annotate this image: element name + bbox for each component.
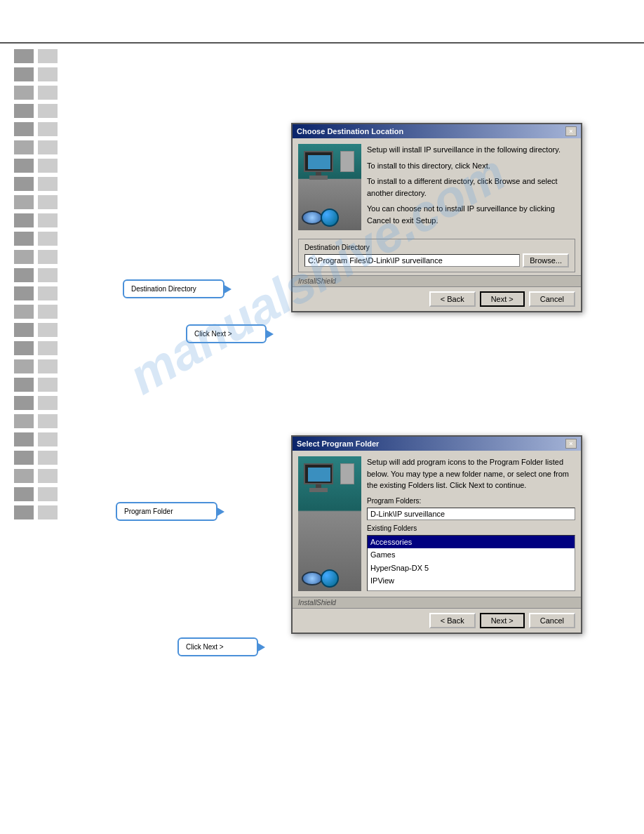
top-divider: [0, 42, 644, 44]
sidebar: [14, 49, 58, 519]
dialog2-callout1: Program Folder: [116, 502, 217, 521]
destination-directory-area: Destination Directory C:\Program Files\D…: [298, 239, 575, 272]
prog-folders-label: Program Folders:: [367, 496, 575, 506]
dialog2-next-button[interactable]: Next >: [480, 613, 525, 628]
dialog2-text: Setup will add program icons to the Prog…: [367, 456, 575, 591]
dialog2-icon-area: [298, 456, 361, 591]
folder-item-games[interactable]: Games: [368, 548, 575, 562]
folder-item-online-services[interactable]: Online Services: [368, 588, 575, 591]
dialog1-titlebar: Choose Destination Location ×: [293, 124, 581, 138]
folder-item-accessories[interactable]: Accessories: [368, 536, 575, 549]
existing-folders-label: Existing Folders: [367, 523, 575, 534]
folder-item-hypersnap[interactable]: HyperSnap-DX 5: [368, 562, 575, 575]
browse-button[interactable]: Browse...: [523, 253, 569, 267]
dest-dir-label: Destination Directory: [304, 244, 569, 251]
dialog2-callout2: Click Next >: [177, 637, 258, 656]
dialog1-body: Setup will install IP surveillance in th…: [293, 138, 581, 236]
program-folder-input[interactable]: [367, 508, 575, 520]
dialog2-button-bar: < Back Next > Cancel: [293, 608, 581, 633]
dialog2-back-button[interactable]: < Back: [429, 613, 476, 628]
dialog2-installshield-bar: InstallShield: [293, 597, 581, 608]
dialog2-cancel-button[interactable]: Cancel: [529, 613, 575, 628]
dialog2-body: Setup will add program icons to the Prog…: [293, 451, 581, 597]
dialog1-callout2: Click Next >: [186, 324, 267, 343]
dialog1-title: Choose Destination Location: [297, 127, 403, 135]
dialog2-title: Select Program Folder: [297, 439, 379, 448]
dialog2-close-button[interactable]: ×: [565, 439, 577, 449]
folder-item-ipview[interactable]: IPView: [368, 574, 575, 588]
dialog1-close-button[interactable]: ×: [565, 126, 577, 136]
existing-folders-list[interactable]: Accessories Games HyperSnap-DX 5 IPView …: [367, 535, 575, 591]
destination-directory-input[interactable]: C:\Program Files\D-Link\IP surveillance: [304, 254, 520, 267]
dialog1-next-button[interactable]: Next >: [480, 291, 525, 307]
dialog1-installshield-bar: InstallShield: [293, 275, 581, 286]
dialog1-button-bar: < Back Next > Cancel: [293, 286, 581, 311]
dialog2-titlebar: Select Program Folder ×: [293, 437, 581, 451]
dialog1-back-button[interactable]: < Back: [429, 291, 476, 307]
dialog1-text: Setup will install IP surveillance in th…: [367, 144, 575, 230]
dialog1-cancel-button[interactable]: Cancel: [529, 291, 575, 307]
dialog1-icon-area: [298, 144, 361, 230]
dialog1-callout1: Destination Directory: [123, 279, 224, 298]
dest-dir-row: C:\Program Files\D-Link\IP surveillance …: [304, 253, 569, 267]
choose-destination-dialog: Choose Destination Location × Setup will…: [291, 123, 582, 312]
select-program-folder-dialog: Select Program Folder × Setup will add p…: [291, 435, 582, 634]
